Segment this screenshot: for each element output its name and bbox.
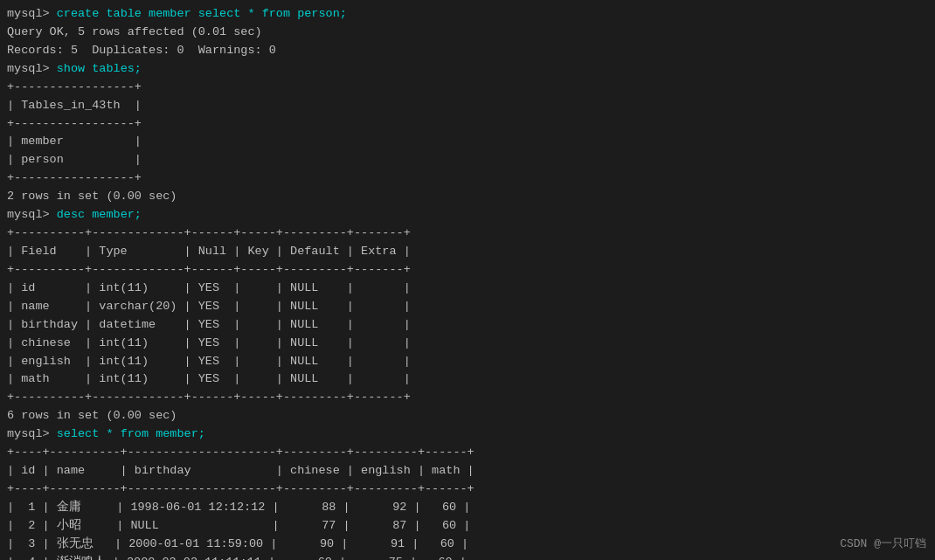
terminal-line: Query OK, 5 rows affected (0.01 sec)	[7, 24, 928, 42]
terminal-line: +----------+-------------+------+-----+-…	[7, 261, 928, 280]
terminal-line: | 3 | 张无忠 | 2000-01-01 11:59:00 | 90 | 9…	[7, 536, 928, 554]
terminal-line: +-----------------+	[7, 79, 928, 97]
terminal-line: 2 rows in set (0.00 sec)	[7, 188, 928, 206]
terminal-line: | 4 | 渐消鸣人 | 2000-02-02 11:11:11 | 60 | …	[7, 554, 928, 560]
terminal-line: +----------+-------------+------+-----+-…	[7, 389, 928, 407]
terminal-line: mysql> select * from member;	[7, 425, 928, 444]
terminal-line: | 2 | 小昭 | NULL | 77 | 87 | 60 |	[7, 517, 928, 536]
terminal-line: | id | name | birthday | chinese | engli…	[7, 462, 928, 480]
command-text: create table member select * from person…	[57, 7, 347, 20]
watermark: CSDN @一只叮铛	[840, 536, 926, 551]
terminal-line: +-----------------+	[7, 115, 928, 134]
terminal-line: +----+----------+---------------------+-…	[7, 480, 928, 499]
terminal-line: | 1 | 金庸 | 1998-06-01 12:12:12 | 88 | 92…	[7, 499, 928, 517]
prompt-text: mysql>	[7, 62, 57, 75]
terminal-line: 6 rows in set (0.00 sec)	[7, 407, 928, 425]
terminal-line: | id | int(11) | YES | | NULL | |	[7, 280, 928, 298]
terminal-line: +----+----------+---------------------+-…	[7, 444, 928, 462]
command-text: show tables;	[57, 62, 142, 75]
prompt-text: mysql>	[7, 427, 57, 440]
terminal-line: | english | int(11) | YES | | NULL | |	[7, 353, 928, 371]
terminal-line: mysql> desc member;	[7, 206, 928, 225]
prompt-text: mysql>	[7, 208, 57, 221]
terminal: mysql> create table member select * from…	[0, 0, 935, 560]
terminal-line: | name | varchar(20) | YES | | NULL | |	[7, 298, 928, 316]
terminal-line: | math | int(11) | YES | | NULL | |	[7, 370, 928, 389]
terminal-line: | birthday | datetime | YES | | NULL | |	[7, 316, 928, 335]
terminal-line: mysql> show tables;	[7, 60, 928, 79]
terminal-line: | chinese | int(11) | YES | | NULL | |	[7, 335, 928, 353]
terminal-line: | member |	[7, 133, 928, 151]
terminal-line: +-----------------+	[7, 169, 928, 188]
terminal-line: | Tables_in_43th |	[7, 97, 928, 115]
prompt-text: mysql>	[7, 7, 57, 20]
terminal-line: | Field | Type | Null | Key | Default | …	[7, 243, 928, 261]
terminal-line: | person |	[7, 151, 928, 169]
terminal-line: +----------+-------------+------+-----+-…	[7, 225, 928, 243]
command-text: select * from member;	[57, 427, 205, 440]
command-text: desc member;	[57, 208, 142, 221]
terminal-line: mysql> create table member select * from…	[7, 5, 928, 24]
terminal-line: Records: 5 Duplicates: 0 Warnings: 0	[7, 42, 928, 60]
